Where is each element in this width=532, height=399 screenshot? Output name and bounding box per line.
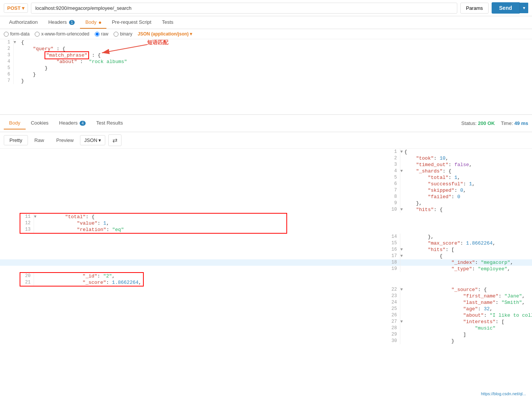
resp-content-16: "hits": [ xyxy=(403,246,532,253)
resp-toggle-27[interactable]: ▼ xyxy=(400,319,403,325)
request-code-editor[interactable]: 1 ▼ { 2 "query" : { 3 "match_phrase" : {… xyxy=(0,39,532,115)
resp-line-25: 25 "age": 32, xyxy=(0,306,532,312)
resp-content-28: "music" xyxy=(403,325,532,331)
status-value: 200 OK xyxy=(478,120,495,126)
line-toggle-5 xyxy=(14,65,20,71)
url-input[interactable] xyxy=(31,3,457,14)
resp-line-15: 15 "max_score": 1.8662264, xyxy=(0,240,532,246)
resp-line-12: 12 "value": 1, xyxy=(20,220,125,226)
resp-content-11: "total": { xyxy=(40,214,125,220)
line-num-4: 4 xyxy=(0,59,14,65)
resp-line-20: 20 "_id": "2", xyxy=(20,273,143,279)
resp-line-num-9: 9 xyxy=(0,200,400,206)
line-num-6: 6 xyxy=(0,71,14,78)
resp-tab-test-results[interactable]: Test Results xyxy=(91,117,128,129)
view-tabs: Pretty Raw Preview JSON ▾ ⇄ xyxy=(0,132,532,149)
req-line-5: 5 } xyxy=(0,65,532,71)
resp-line-num-11: 11 xyxy=(20,214,34,220)
resp-content-9: }, xyxy=(403,200,532,206)
resp-toggle-2 xyxy=(400,155,403,162)
resp-line-num-29: 29 xyxy=(0,331,400,338)
resp-toggle-5 xyxy=(400,174,403,181)
send-button[interactable]: Send xyxy=(492,2,520,14)
method-dropdown-icon: ▾ xyxy=(22,5,25,11)
resp-content-6: "successful": 1, xyxy=(403,181,532,187)
view-tab-preview[interactable]: Preview xyxy=(51,135,79,145)
line-content-5: } xyxy=(20,65,532,71)
body-options: form-data x-www-form-urlencoded raw bina… xyxy=(0,29,532,39)
resp-content-3: "timed_out": false, xyxy=(403,162,532,168)
json-format-label: JSON (application/json) xyxy=(138,31,189,37)
resp-line-22: 22 ▼ "_source": { xyxy=(0,287,532,293)
resp-toggle-30 xyxy=(400,338,403,344)
line-content-3: "match_phrase" : { xyxy=(20,52,532,59)
resp-content-14: }, xyxy=(403,234,532,240)
option-urlencoded[interactable]: x-www-form-urlencoded xyxy=(35,31,89,37)
top-bar: POST ▾ Params Send ▾ xyxy=(0,0,532,16)
resp-content-22: "_source": { xyxy=(403,287,532,293)
line-num-7: 7 xyxy=(0,78,14,84)
tab-tests[interactable]: Tests xyxy=(157,16,178,29)
resp-line-num-12: 12 xyxy=(20,220,34,226)
resp-line-3: 3 "timed_out": false, xyxy=(0,162,532,168)
resp-line-8: 8 "failed": 0 xyxy=(0,194,532,200)
line-content-4: "about" : "rock albums" xyxy=(20,59,532,65)
method-selector[interactable]: POST ▾ xyxy=(4,3,28,13)
resp-tab-body[interactable]: Body xyxy=(4,117,26,129)
status-label: Status: 200 OK xyxy=(461,120,495,126)
resp-line-num-7: 7 xyxy=(0,187,400,194)
wrap-button[interactable]: ⇄ xyxy=(108,134,121,146)
json-format-selector[interactable]: JSON (application/json) ▾ xyxy=(138,31,192,37)
resp-toggle-1[interactable]: ▼ xyxy=(400,149,403,155)
resp-content-20: "_id": "2", xyxy=(34,273,143,279)
json-format-button[interactable]: JSON ▾ xyxy=(80,135,105,145)
resp-line-6: 6 "successful": 1, xyxy=(0,181,532,187)
tab-body[interactable]: Body xyxy=(80,16,106,29)
resp-line-17: 17 ▼ { xyxy=(0,253,532,259)
line-toggle-1[interactable]: ▼ xyxy=(14,39,20,46)
tab-headers[interactable]: Headers 1 xyxy=(43,16,80,29)
request-code-lines: 1 ▼ { 2 "query" : { 3 "match_phrase" : {… xyxy=(0,39,532,84)
line-toggle-6 xyxy=(14,71,20,78)
option-form-data[interactable]: form-data xyxy=(4,31,29,37)
option-binary[interactable]: binary xyxy=(114,31,132,37)
resp-line-num-19: 19 xyxy=(0,266,400,272)
resp-content-17: { xyxy=(403,253,532,259)
req-line-3: 3 "match_phrase" : { xyxy=(0,52,532,59)
json-view-dropdown-icon: ▾ xyxy=(98,137,101,143)
params-button[interactable]: Params xyxy=(460,3,489,14)
resp-line-29: 29 ] xyxy=(0,331,532,338)
resp-toggle-4[interactable]: ▼ xyxy=(400,168,403,174)
line-num-1: 1 xyxy=(0,39,14,46)
send-dropdown-button[interactable]: ▾ xyxy=(520,3,528,13)
line-content-7: } xyxy=(20,78,532,84)
resp-content-19: "_type": "employee", xyxy=(403,266,532,272)
resp-content-27: "interests": [ xyxy=(403,319,532,325)
tab-prerequest[interactable]: Pre-request Script xyxy=(106,16,157,29)
line-num-2: 2 xyxy=(0,46,14,52)
json-format-dropdown-icon: ▾ xyxy=(190,31,192,37)
resp-tab-cookies[interactable]: Cookies xyxy=(26,117,54,129)
resp-line-num-20: 20 xyxy=(20,273,34,279)
view-tab-raw[interactable]: Raw xyxy=(29,135,50,145)
option-raw[interactable]: raw xyxy=(95,31,108,37)
resp-toggle-23 xyxy=(400,293,403,299)
resp-content-13: "relation": "eq" xyxy=(40,226,125,233)
resp-toggle-11[interactable]: ▼ xyxy=(34,214,40,220)
resp-tab-headers[interactable]: Headers 4 xyxy=(54,117,91,129)
view-tab-pretty[interactable]: Pretty xyxy=(4,135,28,145)
resp-line-num-3: 3 xyxy=(0,162,400,168)
resp-toggle-22[interactable]: ▼ xyxy=(400,287,403,293)
resp-line-14: 14 }, xyxy=(0,234,532,240)
tab-authorization[interactable]: Authorization xyxy=(4,16,43,29)
resp-toggle-17[interactable]: ▼ xyxy=(400,253,403,259)
resp-line-13: 13 "relation": "eq" xyxy=(20,226,125,233)
resp-toggle-6 xyxy=(400,181,403,187)
resp-line-num-15: 15 xyxy=(0,240,400,246)
resp-toggle-10[interactable]: ▼ xyxy=(400,206,403,213)
resp-line-16: 16 ▼ "hits": [ xyxy=(0,246,532,253)
resp-line-10: 10 ▼ "hits": { xyxy=(0,206,532,213)
resp-toggle-16[interactable]: ▼ xyxy=(400,246,403,253)
line-content-6: } xyxy=(20,71,532,78)
resp-toggle-3 xyxy=(400,162,403,168)
